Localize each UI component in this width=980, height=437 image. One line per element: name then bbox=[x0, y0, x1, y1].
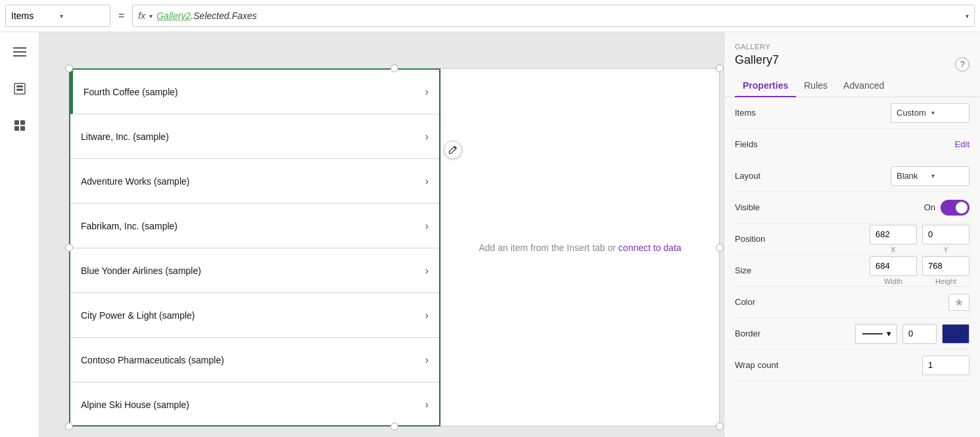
gallery-list-item[interactable]: Alpine Ski House (sample)› bbox=[70, 382, 439, 426]
gallery-list-item[interactable]: Adventure Works (sample)› bbox=[70, 159, 439, 204]
position-prop-label: Position bbox=[735, 234, 801, 244]
handle-br[interactable] bbox=[716, 423, 724, 430]
color-swatch[interactable] bbox=[948, 294, 969, 311]
size-height-input[interactable] bbox=[922, 256, 969, 276]
properties-body: Items Custom ▾ Fields Edit Layout bbox=[724, 97, 980, 437]
wrap-count-input[interactable] bbox=[922, 356, 969, 375]
svg-rect-6 bbox=[14, 120, 19, 125]
edit-pencil-button[interactable] bbox=[444, 141, 462, 159]
visible-toggle[interactable] bbox=[941, 200, 969, 216]
svg-rect-1 bbox=[13, 51, 26, 53]
sidebar-menu-icon[interactable] bbox=[8, 40, 32, 64]
visible-prop-label: Visible bbox=[735, 202, 801, 212]
border-property-row: Border ▾ bbox=[735, 318, 969, 350]
color-property-row: Color bbox=[735, 287, 969, 318]
gallery-item-chevron: › bbox=[425, 310, 429, 321]
gallery-list-item[interactable]: Fourth Coffee (sample)› bbox=[70, 70, 439, 114]
handle-tr[interactable] bbox=[716, 64, 724, 72]
svg-rect-7 bbox=[20, 120, 25, 125]
position-x-input[interactable] bbox=[870, 225, 917, 244]
layout-dropdown-select[interactable]: Blank ▾ bbox=[891, 166, 969, 186]
gallery-list-item[interactable]: Fabrikam, Inc. (sample)› bbox=[70, 204, 439, 248]
items-dropdown-chevron: ▾ bbox=[60, 12, 105, 20]
gallery-item-text: Litware, Inc. (sample) bbox=[81, 131, 425, 142]
wrap-count-prop-label: Wrap count bbox=[735, 360, 801, 370]
sidebar-insert-icon[interactable] bbox=[8, 114, 32, 137]
position-inputs: X Y bbox=[870, 225, 969, 254]
visible-on-label: On bbox=[924, 202, 935, 212]
handle-bl[interactable] bbox=[65, 423, 73, 430]
main-content: Fourth Coffee (sample)›Litware, Inc. (sa… bbox=[0, 32, 980, 437]
size-height-label: Height bbox=[935, 277, 956, 285]
handle-tc[interactable] bbox=[390, 64, 398, 72]
border-width-input[interactable] bbox=[902, 324, 937, 344]
items-prop-value: Custom ▾ bbox=[806, 103, 969, 123]
items-dropdown[interactable]: Items ▾ bbox=[5, 5, 110, 27]
left-sidebar bbox=[0, 32, 39, 437]
gallery-item-chevron: › bbox=[425, 175, 429, 187]
tab-rules[interactable]: Rules bbox=[796, 75, 835, 97]
layout-property-row: Layout Blank ▾ bbox=[735, 160, 969, 192]
fx-icon: fx bbox=[138, 11, 145, 21]
size-height-group: Height bbox=[922, 256, 969, 285]
gallery-item-text: City Power & Light (sample) bbox=[81, 310, 425, 321]
gallery-item-chevron: › bbox=[425, 131, 429, 143]
svg-rect-9 bbox=[20, 126, 25, 131]
gallery-item-chevron: › bbox=[425, 354, 429, 366]
handle-bc[interactable] bbox=[390, 423, 398, 430]
gallery-list-item[interactable]: Litware, Inc. (sample)› bbox=[70, 114, 439, 159]
top-bar: Items ▾ = fx ▾ Gallery2.Selected.Faxes ▾ bbox=[0, 0, 980, 32]
layout-prop-label: Layout bbox=[735, 171, 801, 181]
handle-mr[interactable] bbox=[716, 244, 724, 252]
items-dropdown-chev: ▾ bbox=[931, 109, 964, 116]
gallery-list: Fourth Coffee (sample)›Litware, Inc. (sa… bbox=[69, 68, 440, 426]
position-x-label: X bbox=[891, 246, 895, 254]
formula-bar[interactable]: fx ▾ Gallery2.Selected.Faxes ▾ bbox=[132, 5, 975, 27]
position-y-label: Y bbox=[943, 246, 948, 254]
gallery-outer: Fourth Coffee (sample)›Litware, Inc. (sa… bbox=[69, 68, 720, 426]
help-icon-label: ? bbox=[960, 60, 965, 69]
right-panel-header: GALLERY Gallery7 ? bbox=[724, 32, 980, 75]
svg-rect-5 bbox=[16, 89, 23, 91]
items-prop-label: Items bbox=[735, 108, 801, 118]
right-panel: GALLERY Gallery7 ? PropertiesRulesAdvanc… bbox=[724, 32, 980, 437]
equals-sign: = bbox=[116, 10, 127, 22]
gallery-item-chevron: › bbox=[425, 265, 429, 277]
position-y-input[interactable] bbox=[922, 225, 969, 244]
color-prop-label: Color bbox=[735, 297, 801, 307]
gallery-item-chevron: › bbox=[425, 220, 429, 232]
gallery-list-item[interactable]: Blue Yonder Airlines (sample)› bbox=[70, 248, 439, 293]
sidebar-layers-icon[interactable] bbox=[8, 77, 32, 101]
empty-text-part1: Add an item from the Insert tab bbox=[478, 242, 605, 253]
gallery-item-text: Alpine Ski House (sample) bbox=[81, 400, 425, 410]
formula-gallery-ref: Gallery2 bbox=[156, 11, 191, 21]
handle-tl[interactable] bbox=[65, 64, 73, 72]
layout-dropdown-value: Blank bbox=[897, 171, 929, 181]
connect-to-data-link[interactable]: connect to data bbox=[618, 242, 682, 253]
gallery-item-chevron: › bbox=[425, 86, 429, 98]
visible-property-row: Visible On bbox=[735, 192, 969, 223]
fx-chevron: ▾ bbox=[149, 12, 152, 20]
size-prop-value: Width Height bbox=[806, 256, 969, 285]
help-icon[interactable]: ? bbox=[955, 57, 969, 72]
tab-properties[interactable]: Properties bbox=[735, 75, 796, 97]
border-color-swatch[interactable] bbox=[942, 324, 969, 344]
color-swatch-inner bbox=[953, 296, 965, 308]
size-width-input[interactable] bbox=[870, 256, 917, 276]
fields-edit-link[interactable]: Edit bbox=[955, 139, 969, 149]
gallery-list-item[interactable]: City Power & Light (sample)› bbox=[70, 293, 439, 338]
fields-prop-label: Fields bbox=[735, 139, 801, 149]
position-y-group: Y bbox=[922, 225, 969, 254]
empty-text-or: or bbox=[605, 242, 618, 253]
svg-rect-8 bbox=[14, 126, 19, 131]
gallery-name-title: Gallery7 bbox=[735, 53, 779, 67]
gallery-list-item[interactable]: Contoso Pharmaceuticals (sample)› bbox=[70, 338, 439, 382]
formula-text: Gallery2.Selected.Faxes bbox=[156, 11, 257, 21]
handle-ml[interactable] bbox=[65, 244, 73, 252]
gallery-item-text: Contoso Pharmaceuticals (sample) bbox=[81, 355, 425, 365]
items-dropdown-select[interactable]: Custom ▾ bbox=[891, 103, 969, 123]
tab-advanced[interactable]: Advanced bbox=[835, 75, 892, 97]
size-width-group: Width bbox=[870, 256, 917, 285]
border-style-select[interactable]: ▾ bbox=[855, 324, 897, 344]
visible-toggle-container: On bbox=[924, 200, 969, 216]
